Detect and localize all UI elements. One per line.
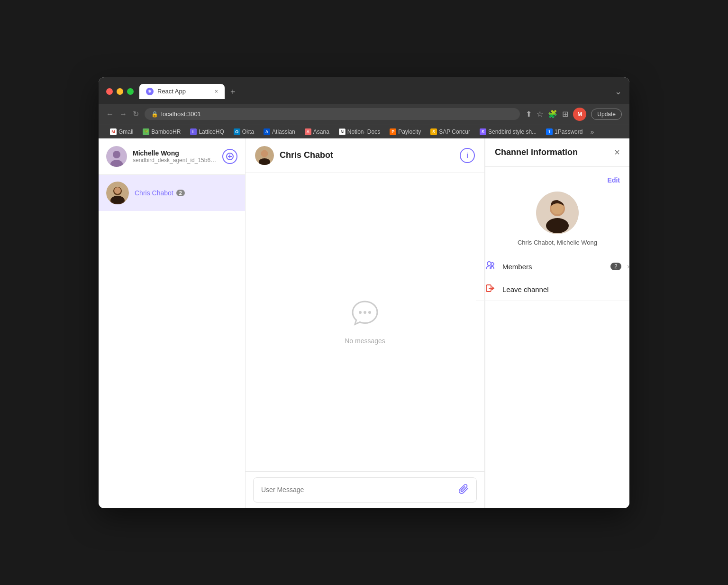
chat-area: Chris Chabot i No messages (246, 138, 485, 508)
svg-point-16 (368, 311, 371, 314)
bookmark-sendbird[interactable]: S Sendbird style sh... (476, 127, 540, 137)
extensions-button[interactable]: 🧩 (548, 110, 557, 119)
channel-info-title: Channel information (495, 147, 578, 157)
edit-channel-button[interactable]: Edit (608, 176, 620, 184)
bookmark-okta[interactable]: O Okta (230, 127, 258, 137)
bookmarks-bar: M Gmail 🎋 BambooHR L LatticeHQ O Okta A … (99, 125, 629, 138)
sidebar-user-id: sendbird_desk_agent_id_15b6b7d... (133, 157, 217, 164)
update-button[interactable]: Update (591, 109, 622, 120)
sendbird-favicon: S (480, 128, 486, 135)
leave-channel-icon (485, 283, 497, 296)
sidebar-user-avatar (106, 146, 127, 167)
svg-point-19 (546, 218, 569, 233)
channel-info-panel: Channel information × Edit (485, 138, 629, 508)
1password-favicon: 1 (546, 128, 553, 135)
attach-file-button[interactable] (458, 484, 469, 496)
bookmark-gmail[interactable]: M Gmail (106, 127, 137, 137)
traffic-lights (106, 88, 134, 95)
svg-point-12 (261, 150, 268, 157)
chat-input-wrapper (253, 477, 477, 503)
bamboo-favicon: 🎋 (143, 128, 149, 135)
bookmark-notion[interactable]: N Notion- Docs (335, 127, 384, 137)
user-profile-button[interactable]: M (573, 108, 586, 121)
svg-point-15 (364, 311, 366, 314)
tab-overview-button[interactable]: ⊞ (562, 110, 568, 119)
bookmarks-more-button[interactable]: » (590, 128, 594, 136)
paylocity-favicon: P (390, 128, 396, 135)
chat-messages-area: No messages (246, 173, 484, 471)
sendbird-label: Sendbird style sh... (488, 128, 537, 135)
paylocity-label: Paylocity (398, 128, 421, 135)
tabs-row: ⚛ React App × + (139, 84, 609, 99)
sidebar: Michelle Wong sendbird_desk_agent_id_15b… (99, 138, 246, 508)
atlassian-favicon: A (264, 128, 270, 135)
asana-label: Asana (313, 128, 329, 135)
bookmark-asana[interactable]: A Asana (301, 127, 333, 137)
tab-close-button[interactable]: × (215, 88, 218, 95)
chat-message-input[interactable] (261, 486, 454, 494)
bookmark-sap[interactable]: S SAP Concur (427, 127, 474, 137)
share-button[interactable]: ⬆ (526, 110, 532, 119)
fullscreen-traffic-light[interactable] (127, 88, 134, 95)
notion-label: Notion- Docs (347, 128, 380, 135)
title-bar-top: ⚛ React App × + ⌄ (106, 84, 622, 99)
app-content: Michelle Wong sendbird_desk_agent_id_15b… (99, 138, 629, 508)
new-chat-button[interactable] (222, 149, 237, 164)
lattice-label: LatticeHQ (199, 128, 224, 135)
minimize-traffic-light[interactable] (117, 88, 123, 95)
svg-point-10 (111, 196, 124, 203)
conversation-item-chris-chabot[interactable]: Chris Chabot 2 (99, 175, 245, 211)
nav-back-button[interactable]: ← (106, 110, 114, 119)
sap-favicon: S (430, 128, 437, 135)
sidebar-username: Michelle Wong (133, 149, 217, 157)
bookmark-bamboo[interactable]: 🎋 BambooHR (139, 127, 184, 137)
chat-contact-avatar (255, 146, 274, 165)
okta-favicon: O (234, 128, 240, 135)
bookmark-paylocity[interactable]: P Paylocity (386, 127, 425, 137)
tab-title: React App (157, 88, 186, 95)
channel-cover-image (536, 192, 579, 234)
svg-point-9 (114, 187, 121, 194)
chat-input-area (246, 471, 484, 508)
gmail-favicon: M (110, 128, 117, 135)
sidebar-header: Michelle Wong sendbird_desk_agent_id_15b… (99, 138, 245, 175)
close-channel-info-button[interactable]: × (614, 147, 620, 158)
tab-favicon: ⚛ (146, 88, 154, 95)
bookmark-lattice[interactable]: L LatticeHQ (186, 127, 228, 137)
asana-favicon: A (305, 128, 311, 135)
svg-point-22 (491, 263, 494, 265)
leave-channel-row[interactable]: Leave channel (476, 278, 629, 301)
no-messages-icon (351, 300, 379, 331)
close-traffic-light[interactable] (106, 88, 113, 95)
bookmark-1password[interactable]: 1 1Password (542, 127, 586, 137)
bookmark-atlassian[interactable]: A Atlassian (260, 127, 299, 137)
react-app-tab[interactable]: ⚛ React App × (139, 84, 225, 99)
members-count-badge: 2 (610, 263, 621, 270)
address-bar-row: ← → ↻ 🔒 localhost:3001 ⬆ ☆ 🧩 ⊞ M Update (99, 104, 629, 125)
nav-refresh-button[interactable]: ↻ (133, 110, 139, 119)
notion-favicon: N (339, 128, 346, 135)
sap-label: SAP Concur (439, 128, 470, 135)
lock-icon: 🔒 (151, 111, 158, 118)
bamboo-label: BambooHR (151, 128, 181, 135)
channel-info-button[interactable]: i (460, 148, 475, 163)
chat-contact-name: Chris Chabot (280, 150, 454, 160)
members-chevron-icon: › (627, 262, 629, 271)
channel-cover: Chris Chabot, Michelle Wong (495, 192, 620, 246)
lattice-favicon: L (190, 128, 197, 135)
channel-info-header: Channel information × (485, 138, 629, 167)
bookmark-button[interactable]: ☆ (537, 110, 543, 119)
conversation-info: Chris Chabot 2 (135, 189, 237, 197)
atlassian-label: Atlassian (272, 128, 295, 135)
svg-point-14 (359, 311, 362, 314)
window-collapse-button[interactable]: ⌄ (615, 86, 622, 97)
members-row[interactable]: Members 2 › (476, 256, 629, 278)
conversation-name: Chris Chabot 2 (135, 189, 237, 197)
nav-forward-button[interactable]: → (119, 110, 127, 119)
okta-label: Okta (242, 128, 254, 135)
chris-chabot-avatar (106, 182, 129, 204)
1password-label: 1Password (555, 128, 582, 135)
address-bar[interactable]: 🔒 localhost:3001 (145, 108, 520, 120)
svg-point-1 (113, 151, 120, 158)
new-tab-button[interactable]: + (227, 85, 239, 99)
